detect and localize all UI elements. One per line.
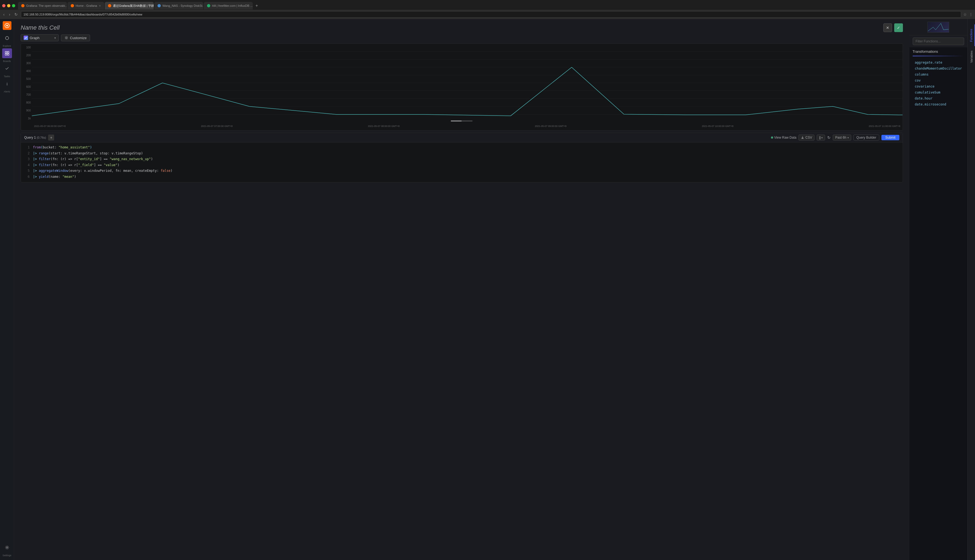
app-logo[interactable] [3,21,12,30]
func-columns[interactable]: columns [913,72,964,77]
settings-icon[interactable]: ⋮ [969,12,973,17]
add-query-button[interactable]: + [48,135,54,140]
func-date-hour[interactable]: date.hour [913,95,964,102]
time-range-button[interactable]: Past 6h ▾ [833,135,851,140]
tab-favicon-4 [157,4,161,7]
code-editor[interactable]: 1 from(bucket: "home_assistant") 2 |> ra… [21,142,903,182]
confirm-button[interactable]: ✓ [894,23,903,32]
browser-tab-4[interactable]: Wang_NAS - Synology DiskSt... ✕ [154,2,203,10]
sidebar-item-settings[interactable] [2,543,12,552]
line-number-1: 1 [23,145,30,151]
back-button[interactable]: ‹ [2,12,6,17]
browser-toolbar-icons: ☆ ⋮ [963,12,973,17]
window-close[interactable] [2,4,5,7]
func-aggregate-rate[interactable]: aggregate.rate [913,60,964,65]
graph-selector-label: Graph [30,36,53,40]
sidebar-group-3: Tasks [2,63,12,78]
func-date-microsecond[interactable]: date.microsecond [913,102,964,107]
y-label-1k: 1k [22,117,31,120]
filter-functions-input[interactable] [913,38,964,45]
svg-rect-5 [5,53,7,55]
code-line-3: 3 |> filter(fn: (r) => r["entity_id"] ==… [21,156,903,162]
line-number-4: 4 [23,162,30,168]
bookmark-icon[interactable]: ☆ [963,12,967,17]
time-range-chevron: ▾ [847,136,849,139]
query-builder-button[interactable]: Query Builder [853,135,879,140]
sidebar-group-4: Alerts [2,79,12,93]
x-label-2: 2021-05-07 08:00:00 GMT+8 [368,125,399,127]
sidebar-item-alerts[interactable] [2,79,12,88]
func-cumulative-sum[interactable]: cumulativeSum [913,90,964,95]
customize-button[interactable]: Customize [61,35,90,41]
line-number-2: 2 [23,151,30,157]
chart-svg [32,44,903,122]
line-number-3: 3 [23,156,30,162]
section-divider [913,56,964,56]
tab-close-2[interactable]: ✕ [99,4,101,7]
browser-tab-5[interactable]: HA | freefitter.com | InfluxDB ... ✕ [204,2,253,10]
svg-rect-3 [5,52,7,53]
code-line-5: 5 |> aggregateWindow(every: v.windowPeri… [21,168,903,174]
sidebar-item-boards[interactable] [2,48,12,58]
gear-icon [65,36,68,40]
query-tab[interactable]: Query 1 (0.76s) [24,136,46,140]
page-header: Name this Cell ✕ ✓ [14,19,910,34]
functions-tab[interactable]: Functions [968,25,975,46]
tab-favicon-5 [207,4,210,7]
query-time: (0.76s) [37,136,46,139]
csv-button[interactable]: CSV [798,135,815,140]
chart-x-axis: 2021-05-07 06:00:00 GMT+8 2021-05-07 07:… [32,122,903,130]
window-minimize[interactable] [7,4,10,7]
window-maximize[interactable] [12,4,15,7]
right-panel: Transformations aggregate.rate chandeMom… [910,19,967,560]
browser-tab-1[interactable]: Grafana: The open observabi... ✕ [18,2,67,10]
svg-point-9 [66,37,67,38]
pause-button[interactable]: ‖ ▾ [817,135,825,140]
viz-toolbar: Graph ▾ Customize [14,34,910,43]
sidebar-group-1: Explore [2,33,12,47]
address-input[interactable] [21,11,961,18]
filter-input-area [910,35,967,47]
view-raw-button[interactable]: View Raw Data [771,136,796,140]
close-button[interactable]: ✕ [883,23,892,32]
code-line-6: 6 |> yield(name: "mean") [21,174,903,180]
line-number-5: 5 [23,168,30,174]
code-line-1: 1 from(bucket: "home_assistant") [21,145,903,151]
side-tabs-column: Functions Variables [967,19,975,560]
query-header: Query 1 (0.76s) + View Raw Data CSV ‖ [21,133,903,142]
browser-tab-3[interactable]: 通过Grafana展示HA数据 | 宇静... ✕ [105,2,154,10]
sidebar-item-explore-label: Explore [3,45,11,47]
sidebar: Explore Boards Tasks Alerts S [0,19,14,560]
y-label-700: 700 [22,93,31,96]
refresh-nav-button[interactable]: ↻ [13,12,19,17]
line-number-6: 6 [23,174,30,180]
browser-tab-2[interactable]: Home - Grafana ✕ [67,2,104,10]
y-label-300: 300 [22,62,31,65]
forward-button[interactable]: › [8,12,12,17]
new-tab-button[interactable]: + [253,2,260,9]
y-label-800: 800 [22,101,31,104]
variables-tab[interactable]: Variables [968,46,975,67]
window-controls [2,4,15,7]
sidebar-group-5: Settings [2,543,12,557]
func-chande[interactable]: chandeMomentumOscillator [913,65,964,72]
refresh-button[interactable]: ↻ [827,135,831,140]
func-covariance[interactable]: covariance [913,83,964,90]
main-content: Name this Cell ✕ ✓ Graph ▾ [14,19,910,560]
browser-chrome: Grafana: The open observabi... ✕ Home - … [0,0,975,19]
y-label-200: 200 [22,54,31,57]
y-label-500: 500 [22,77,31,80]
sidebar-item-explore[interactable] [2,33,12,43]
graph-type-icon [24,36,28,40]
x-label-0: 2021-05-07 06:00:00 GMT+8 [34,125,65,127]
sidebar-item-tasks[interactable] [2,63,12,73]
panel-preview [910,19,967,35]
svg-point-1 [6,25,8,27]
x-label-4: 2021-05-07 10:00:00 GMT+8 [702,125,733,127]
func-cov[interactable]: cov [913,77,964,83]
submit-button[interactable]: Submit [882,135,899,140]
close-icon: ✕ [886,25,889,30]
graph-type-selector[interactable]: Graph ▾ [21,34,59,41]
chart-y-axis: 1k 900 800 700 600 500 400 300 200 100 [21,44,32,122]
x-label-5: 2021-05-07 11:00:00 GMT+8 [869,125,900,127]
